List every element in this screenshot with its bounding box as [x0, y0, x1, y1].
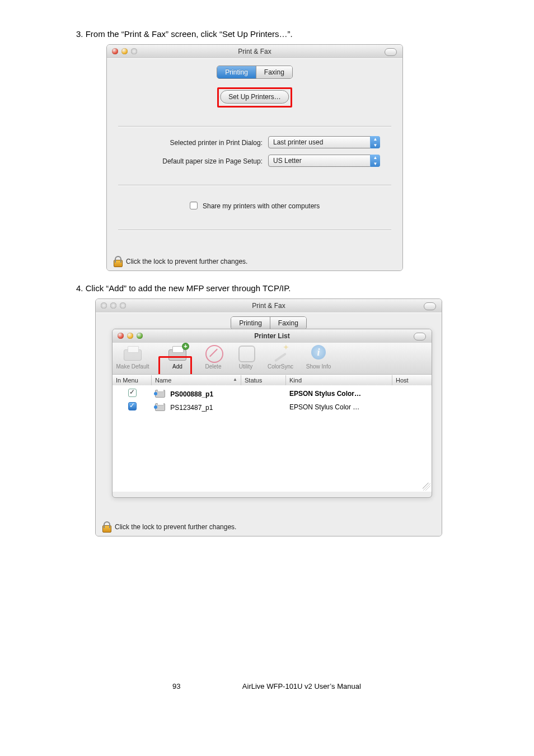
window-title: Print & Fax — [96, 299, 442, 312]
share-printers-row: Share my printers with other computers — [107, 202, 402, 210]
lock-row: Click the lock to prevent further change… — [113, 256, 247, 267]
window-titlebar: Print & Fax — [107, 45, 402, 59]
unlocked-padlock-icon[interactable] — [101, 521, 111, 533]
printer-row[interactable]: PS123487_p1 EPSON Stylus Color … — [113, 401, 432, 413]
info-icon: i — [311, 345, 326, 360]
plus-badge-icon: + — [182, 343, 189, 350]
row-kind: EPSON Stylus Color… — [286, 390, 392, 398]
dropdown-arrows-icon — [370, 136, 380, 148]
col-status[interactable]: Status — [241, 375, 286, 385]
col-host[interactable]: Host — [392, 375, 432, 385]
row-checkbox[interactable] — [128, 402, 137, 410]
tab-faxing[interactable]: Faxing — [270, 317, 306, 329]
tab-printing[interactable]: Printing — [231, 317, 270, 329]
delete-label: Delete — [195, 363, 231, 370]
printer-list-toolbar: Make Default + Add Delete Utility Co — [113, 343, 432, 375]
page-footer: 93 AirLive WFP-101U v2 User’s Manual — [34, 682, 500, 690]
tab-printing[interactable]: Printing — [217, 66, 256, 78]
colorsync-icon — [273, 345, 288, 360]
step-3-text: 3. From the “Print & Fax” screen, click … — [34, 28, 500, 40]
default-paper-size-dropdown[interactable]: US Letter — [268, 155, 380, 167]
printer-list-body: PS000888_p1 EPSON Stylus Color… PS123487… — [113, 385, 432, 492]
highlight-setup-printers — [217, 87, 292, 108]
toolbar-toggle-icon[interactable] — [385, 48, 397, 56]
share-printers-label: Share my printers with other computers — [203, 202, 320, 210]
lock-text: Click the lock to prevent further change… — [126, 258, 247, 265]
label-default-paper-size: Default paper size in Page Setup: — [128, 157, 263, 165]
printer-row[interactable]: PS000888_p1 EPSON Stylus Color… — [113, 388, 432, 400]
page-number: 93 — [143, 682, 210, 690]
lock-row: Click the lock to prevent further change… — [101, 521, 236, 533]
printer-list-window: Printer List Make Default + Add Delete — [112, 329, 432, 498]
window-title: Printer List — [113, 329, 432, 343]
label-selected-printer: Selected printer in Print Dialog: — [128, 139, 263, 147]
figure-1: Print & Fax Printing Faxing Set Up Print… — [106, 44, 500, 271]
toolbar-toggle-icon[interactable] — [414, 333, 426, 340]
print-fax-window: Print & Fax Printing Faxing Set Up Print… — [106, 44, 403, 271]
window-titlebar: Print & Fax — [96, 299, 442, 313]
figure-2: Print & Fax Printing Faxing Click the lo… — [95, 298, 500, 536]
delete-button: Delete — [195, 345, 231, 370]
row-name: PS000888_p1 — [170, 390, 213, 398]
show-info-label: Show Info — [301, 363, 336, 370]
col-kind[interactable]: Kind — [286, 375, 392, 385]
default-paper-size-value: US Letter — [273, 157, 302, 165]
resize-grip-icon[interactable] — [423, 483, 430, 491]
printer-list-header: In Menu Name Status Kind Host — [113, 374, 432, 386]
row-kind: EPSON Stylus Color … — [286, 403, 392, 411]
make-default-button: Make Default — [115, 345, 151, 370]
window-titlebar: Printer List — [113, 329, 432, 343]
show-info-button: i Show Info — [301, 345, 336, 370]
selected-printer-dropdown[interactable]: Last printer used — [268, 136, 380, 148]
colorsync-label: ColorSync — [263, 363, 298, 370]
printer-icon — [155, 390, 165, 398]
printer-icon — [155, 403, 165, 411]
toolbar-toggle-icon — [424, 302, 436, 310]
col-name[interactable]: Name — [152, 375, 241, 385]
unlocked-padlock-icon[interactable] — [113, 256, 123, 267]
selected-printer-value: Last printer used — [273, 138, 323, 146]
make-default-label: Make Default — [115, 363, 151, 370]
share-printers-checkbox[interactable] — [190, 202, 198, 209]
row-name: PS123487_p1 — [170, 404, 213, 412]
utility-label: Utility — [228, 363, 264, 370]
col-in-menu[interactable]: In Menu — [113, 375, 152, 385]
row-checkbox[interactable] — [128, 389, 137, 397]
step-4-text: 4. Click “Add” to add the new MFP server… — [34, 282, 500, 294]
utility-button: Utility — [228, 345, 264, 370]
window-title: Print & Fax — [107, 45, 402, 58]
no-entry-icon — [205, 345, 223, 363]
tab-faxing[interactable]: Faxing — [256, 66, 292, 78]
colorsync-button: ColorSync — [263, 345, 298, 370]
document-name: AirLive WFP-101U v2 User’s Manual — [212, 682, 391, 690]
utility-icon — [238, 346, 255, 362]
lock-text: Click the lock to prevent further change… — [115, 523, 236, 531]
dropdown-arrows-icon — [370, 155, 380, 167]
tab-row: Printing Faxing — [107, 66, 402, 79]
